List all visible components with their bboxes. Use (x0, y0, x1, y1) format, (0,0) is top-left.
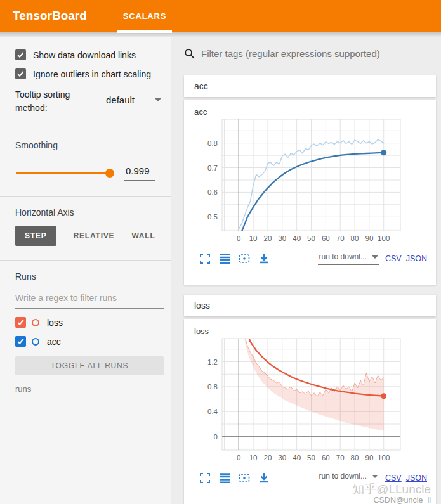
watermark-zhihu: 知乎@LLuncle (352, 483, 431, 496)
tooltip-sorting-label: Tooltip sorting method: (15, 88, 89, 115)
tag-group-header-loss[interactable]: loss (184, 295, 436, 316)
horizontal-axis-label: Horizontal Axis (15, 207, 163, 217)
checkbox-checked-icon (15, 49, 26, 60)
svg-text:30: 30 (278, 235, 286, 242)
chevron-down-icon (372, 255, 378, 259)
watermark: 知乎@LLuncle CSDN@uncle_ll (352, 483, 431, 504)
loss-chart[interactable]: 010203040506070809010000.40.81.2 (193, 337, 436, 471)
smoothing-slider-thumb[interactable] (105, 169, 114, 178)
svg-text:50: 50 (307, 454, 315, 462)
run-item-acc[interactable]: acc (15, 336, 163, 347)
run-download-select[interactable]: run to downl... (318, 472, 379, 484)
fit-domain-button[interactable] (239, 472, 250, 484)
checkbox-ignore-outliers[interactable]: Ignore outliers in chart scaling (15, 68, 163, 79)
data-lines-button[interactable] (219, 472, 230, 484)
fullscreen-button[interactable] (199, 253, 211, 264)
data-lines-button[interactable] (219, 253, 230, 264)
sidebar-divider (0, 196, 171, 197)
svg-text:40: 40 (293, 454, 301, 462)
data-lines-icon (219, 253, 230, 264)
csv-link[interactable]: CSV (385, 474, 402, 482)
data-lines-icon (219, 472, 230, 484)
sidebar-divider (0, 129, 171, 129)
svg-text:10: 10 (249, 454, 258, 462)
fit-domain-button[interactable] (239, 253, 250, 264)
svg-text:100: 100 (378, 454, 390, 462)
toggle-all-runs-button[interactable]: TOGGLE ALL RUNS (15, 356, 164, 375)
runs-footer-text: runs (15, 384, 163, 394)
filter-tags-input[interactable] (201, 48, 436, 59)
run-download-select-value: run to downl... (319, 252, 367, 261)
run-label: loss (47, 318, 63, 328)
run-download-select-value: run to downl... (319, 472, 367, 481)
svg-text:0.6: 0.6 (207, 188, 218, 196)
download-button[interactable] (258, 472, 270, 484)
svg-text:70: 70 (336, 235, 345, 242)
svg-text:100: 100 (378, 235, 390, 242)
tooltip-sorting-value: default (106, 94, 135, 105)
svg-text:0: 0 (237, 235, 240, 242)
run-download-select[interactable]: run to downl... (318, 252, 379, 265)
checkbox-label: Show data download links (33, 50, 136, 60)
fit-domain-icon (239, 253, 250, 264)
svg-text:80: 80 (351, 235, 359, 242)
svg-text:20: 20 (264, 454, 272, 462)
fit-domain-icon (239, 472, 250, 484)
svg-text:0: 0 (214, 433, 218, 441)
svg-text:60: 60 (322, 235, 330, 242)
tag-group-title: loss (194, 300, 210, 311)
main-content: acc acc 01020304050607080901000.50.60.70… (171, 37, 441, 504)
svg-text:20: 20 (264, 235, 272, 242)
json-link[interactable]: JSON (406, 474, 427, 482)
fullscreen-icon (199, 253, 211, 264)
chevron-down-icon (155, 98, 161, 101)
run-item-loss[interactable]: loss (15, 317, 163, 328)
acc-chart[interactable]: 01020304050607080901000.50.60.70.8 (193, 117, 436, 252)
svg-text:0.5: 0.5 (207, 213, 218, 221)
chart-toolbar: run to downl... CSV JSON (199, 252, 427, 265)
settings-sidebar: Show data download links Ignore outliers… (0, 37, 171, 504)
header-shadow (0, 32, 441, 37)
chart-card-loss: loss 010203040506070809010000.40.81.2 ru… (184, 319, 436, 504)
svg-text:0.8: 0.8 (207, 139, 218, 147)
svg-text:0.7: 0.7 (207, 164, 218, 172)
json-link[interactable]: JSON (406, 254, 427, 263)
app-title: TensorBoard (13, 9, 87, 23)
runs-label: Runs (15, 271, 163, 281)
run-checkbox-loss[interactable] (15, 317, 26, 328)
run-label: acc (47, 337, 61, 347)
axis-button-wall[interactable]: WALL (131, 226, 155, 246)
chart-title: loss (184, 319, 436, 336)
watermark-csdn: CSDN@uncle_ll (352, 496, 431, 504)
chevron-down-icon (372, 475, 378, 478)
download-button[interactable] (258, 253, 270, 264)
tag-group-title: acc (194, 81, 208, 91)
svg-text:60: 60 (322, 454, 330, 462)
svg-text:50: 50 (307, 235, 315, 242)
run-checkbox-acc[interactable] (15, 336, 26, 347)
svg-text:70: 70 (336, 454, 345, 462)
tag-group-header-acc[interactable]: acc (184, 75, 436, 97)
chart-title: acc (184, 100, 436, 117)
checkbox-show-download-links[interactable]: Show data download links (15, 49, 163, 60)
filter-tags-bar (184, 48, 436, 65)
sidebar-divider (0, 260, 171, 261)
tab-scalars[interactable]: SCALARS (117, 0, 172, 32)
runs-filter-input[interactable] (15, 289, 164, 309)
svg-text:0.8: 0.8 (207, 383, 218, 391)
chart-toolbar: run to downl... CSV JSON (199, 472, 427, 484)
smoothing-slider[interactable] (16, 172, 113, 174)
app-header: TensorBoard SCALARS (0, 0, 441, 32)
run-color-swatch-loss (32, 319, 39, 326)
fullscreen-button[interactable] (199, 472, 211, 484)
tooltip-sorting-select[interactable]: default (104, 93, 163, 110)
smoothing-value[interactable]: 0.999 (124, 165, 155, 181)
csv-link[interactable]: CSV (385, 254, 402, 263)
axis-button-step[interactable]: STEP (15, 226, 56, 246)
svg-text:30: 30 (278, 454, 286, 462)
checkbox-label: Ignore outliers in chart scaling (33, 69, 151, 79)
svg-text:0.4: 0.4 (207, 408, 218, 415)
svg-text:90: 90 (365, 235, 374, 242)
axis-button-relative[interactable]: RELATIVE (74, 226, 115, 246)
checkbox-checked-icon (15, 68, 26, 79)
